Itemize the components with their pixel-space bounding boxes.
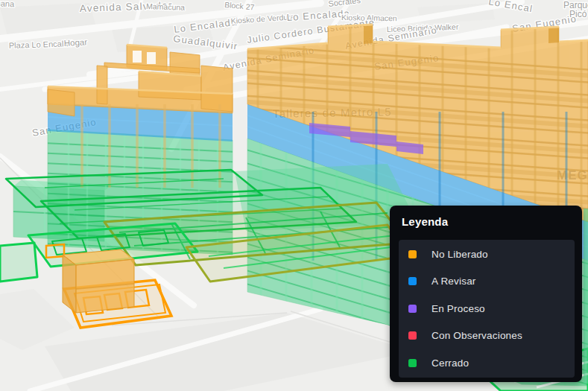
legend-list: No Liberado A Revisar En Proceso Con Obs… <box>399 240 575 378</box>
legend-item-label: A Revisar <box>431 276 476 287</box>
status-swatch-icon <box>408 305 417 313</box>
map-label: Mamacuna <box>146 1 185 12</box>
status-swatch-icon <box>408 359 417 367</box>
legend-item-label: En Proceso <box>431 303 485 314</box>
status-swatch-icon <box>408 331 417 340</box>
legend-panel: Leyenda No Liberado A Revisar En Proceso… <box>390 206 582 382</box>
map-app: lauana Avenida Salvador Mamacuna Block 2… <box>0 0 588 391</box>
building-small-orange[interactable] <box>63 249 134 313</box>
map-label: Hogar <box>63 37 87 48</box>
map-label: Picó <box>569 9 587 19</box>
legend-item-en-proceso[interactable]: En Proceso <box>399 295 575 322</box>
legend-item-no-liberado[interactable]: No Liberado <box>399 241 575 268</box>
legend-item-label: Con Observaciones <box>431 330 522 341</box>
legend-item-label: No Liberado <box>431 249 488 260</box>
status-swatch-icon <box>408 277 417 285</box>
status-swatch-icon <box>408 250 417 258</box>
legend-item-a-revisar[interactable]: A Revisar <box>399 268 575 296</box>
map-label: lauana <box>0 0 15 8</box>
legend-title: Leyenda <box>402 214 575 229</box>
legend-item-con-observaciones[interactable]: Con Observaciones <box>399 322 575 350</box>
legend-item-label: Cerrado <box>431 357 469 369</box>
legend-item-cerrado[interactable]: Cerrado <box>399 349 575 377</box>
